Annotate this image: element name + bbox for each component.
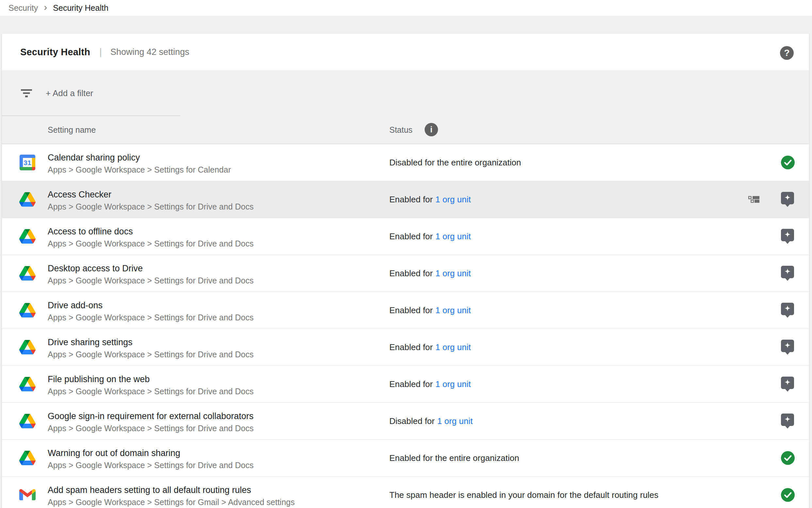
drive-app-icon (19, 451, 36, 466)
settings-table-body: 31Calendar sharing policyApps > Google W… (2, 144, 809, 508)
recommendation-badge-icon[interactable] (781, 340, 794, 355)
org-unit-link[interactable]: 1 org unit (435, 342, 471, 352)
status-text: Disabled for (389, 416, 435, 426)
setting-row[interactable]: Desktop access to DriveApps > Google Wor… (2, 255, 809, 292)
drive-app-icon (19, 192, 36, 207)
setting-text: Drive add-onsApps > Google Workspace > S… (48, 299, 253, 324)
breadcrumb-chevron-icon: › (44, 2, 47, 12)
column-setting-name: Setting name (48, 125, 96, 135)
setting-status: The spam header is enabled in your domai… (389, 477, 659, 508)
setting-path: Apps > Google Workspace > Settings for D… (48, 201, 253, 213)
setting-text: Drive sharing settingsApps > Google Work… (48, 336, 253, 361)
setting-text: Access to offline docsApps > Google Work… (48, 225, 253, 250)
security-health-card: Security Health | Showing 42 settings ? … (2, 34, 809, 508)
setting-path: Apps > Google Workspace > Settings for D… (48, 385, 253, 397)
setting-row[interactable]: Drive add-onsApps > Google Workspace > S… (2, 292, 809, 329)
setting-status: Enabled for1 org unit (389, 255, 471, 292)
setting-path: Apps > Google Workspace > Settings for D… (48, 238, 253, 250)
setting-title: Drive sharing settings (48, 336, 253, 348)
column-status: Status (389, 125, 413, 135)
setting-text: Calendar sharing policyApps > Google Wor… (48, 152, 231, 176)
info-icon[interactable]: i (425, 123, 438, 136)
help-icon[interactable]: ? (780, 46, 794, 60)
breadcrumb-current-page: Security Health (53, 3, 108, 13)
setting-path: Apps > Google Workspace > Settings for C… (48, 164, 231, 176)
drive-app-icon (19, 303, 36, 318)
status-text: Enabled for the entire organization (389, 453, 519, 463)
setting-title: Calendar sharing policy (48, 152, 231, 164)
setting-title: Access to offline docs (48, 225, 253, 238)
status-text: Enabled for (389, 305, 433, 315)
org-unit-link[interactable]: 1 org unit (435, 268, 471, 279)
setting-text: Google sign-in requirement for external … (48, 410, 253, 434)
drive-app-icon (19, 340, 36, 355)
setting-text: Warning for out of domain sharingApps > … (48, 447, 253, 471)
setting-title: Google sign-in requirement for external … (48, 410, 253, 422)
org-unit-link[interactable]: 1 org unit (435, 379, 471, 389)
status-ok-check-icon (781, 488, 795, 502)
setting-status: Enabled for the entire organization (389, 440, 519, 476)
status-text: The spam header is enabled in your domai… (389, 490, 659, 500)
setting-row[interactable]: 31Calendar sharing policyApps > Google W… (2, 144, 809, 181)
svg-text:31: 31 (23, 159, 31, 166)
recommendation-badge-icon[interactable] (781, 414, 794, 429)
status-text: Enabled for (389, 268, 433, 279)
setting-path: Apps > Google Workspace > Settings for D… (48, 274, 253, 287)
drive-app-icon (19, 377, 36, 392)
setting-row[interactable]: Access CheckerApps > Google Workspace > … (2, 181, 809, 218)
card-header: Security Health | Showing 42 settings ? (2, 34, 809, 70)
recommendation-badge-icon[interactable] (781, 377, 794, 392)
setting-row[interactable]: Access to offline docsApps > Google Work… (2, 218, 809, 255)
setting-path: Apps > Google Workspace > Settings for D… (48, 311, 253, 324)
setting-status: Enabled for1 org unit (389, 181, 471, 218)
setting-row[interactable]: Drive sharing settingsApps > Google Work… (2, 329, 809, 366)
status-text: Disabled for the entire organization (389, 158, 521, 168)
setting-row[interactable]: Warning for out of domain sharingApps > … (2, 439, 809, 476)
setting-row[interactable]: Google sign-in requirement for external … (2, 403, 809, 439)
status-text: Enabled for (389, 379, 433, 389)
setting-path: Apps > Google Workspace > Settings for D… (48, 348, 253, 361)
recommendation-badge-icon[interactable] (781, 229, 794, 244)
recommendation-badge-icon[interactable] (781, 192, 794, 207)
drive-app-icon (19, 229, 36, 244)
title-separator: | (99, 46, 102, 57)
setting-text: Add spam headers setting to all default … (48, 484, 295, 508)
setting-title: Add spam headers setting to all default … (48, 484, 295, 496)
setting-title: Access Checker (48, 188, 253, 201)
setting-status: Enabled for1 org unit (389, 329, 471, 366)
breadcrumb-security-link[interactable]: Security (8, 3, 38, 13)
page-title: Security Health (20, 47, 90, 57)
status-ok-check-icon (781, 451, 795, 465)
setting-row[interactable]: File publishing on the webApps > Google … (2, 366, 809, 403)
org-unit-link[interactable]: 1 org unit (435, 231, 471, 242)
setting-status: Enabled for1 org unit (389, 366, 471, 403)
add-filter-label: + Add a filter (46, 88, 93, 98)
recommendation-badge-icon[interactable] (781, 266, 794, 281)
breadcrumb: Security › Security Health (0, 0, 812, 16)
drive-app-icon (19, 266, 36, 281)
setting-title: Desktop access to Drive (48, 262, 253, 274)
setting-title: Warning for out of domain sharing (48, 447, 253, 459)
setting-path: Apps > Google Workspace > Settings for G… (48, 496, 295, 508)
setting-title: File publishing on the web (48, 373, 253, 385)
status-text: Enabled for (389, 195, 433, 205)
setting-path: Apps > Google Workspace > Settings for D… (48, 459, 253, 471)
add-filter[interactable]: + Add a filter (2, 70, 809, 116)
org-unit-icon (748, 196, 759, 203)
setting-status: Disabled for the entire organization (389, 144, 521, 181)
drive-app-icon (19, 414, 36, 429)
status-text: Enabled for (389, 342, 433, 352)
setting-text: Desktop access to DriveApps > Google Wor… (48, 262, 253, 287)
setting-status: Enabled for1 org unit (389, 292, 471, 329)
org-unit-link[interactable]: 1 org unit (435, 195, 471, 205)
setting-text: File publishing on the webApps > Google … (48, 373, 253, 397)
setting-status: Disabled for1 org unit (389, 403, 473, 439)
status-ok-check-icon (781, 156, 795, 169)
setting-row[interactable]: Add spam headers setting to all default … (2, 476, 809, 508)
settings-count: Showing 42 settings (110, 47, 189, 57)
org-unit-link[interactable]: 1 org unit (435, 305, 471, 315)
recommendation-badge-icon[interactable] (781, 303, 794, 318)
filter-and-header-section: + Add a filter Setting name Status i (2, 70, 809, 144)
setting-title: Drive add-ons (48, 299, 253, 311)
org-unit-link[interactable]: 1 org unit (437, 416, 473, 426)
